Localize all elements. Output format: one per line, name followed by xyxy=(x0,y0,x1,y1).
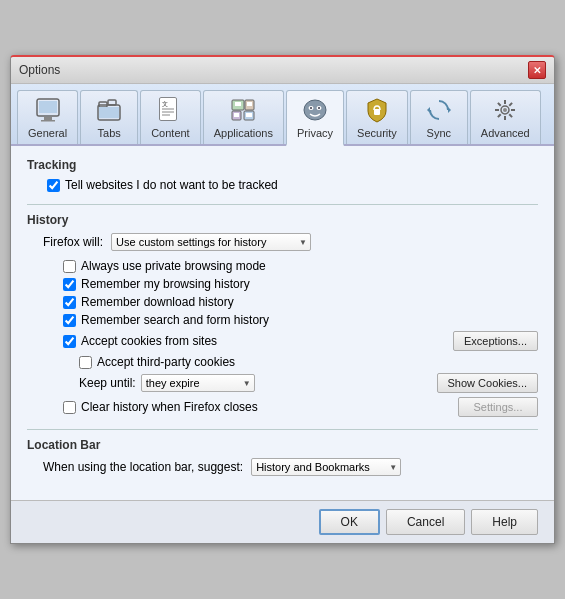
sep1 xyxy=(27,204,538,205)
content-icon: 文 xyxy=(155,95,185,125)
accept-cookies-inner: Accept cookies from sites xyxy=(63,334,217,348)
svg-marker-29 xyxy=(427,107,430,113)
remember-search-row: Remember search and form history xyxy=(63,313,538,327)
svg-rect-15 xyxy=(235,102,241,106)
settings-button[interactable]: Settings... xyxy=(458,397,538,417)
options-window: Options ✕ General xyxy=(10,55,555,544)
svg-line-39 xyxy=(498,114,501,117)
tab-tabs[interactable]: Tabs xyxy=(80,90,138,144)
svg-rect-7 xyxy=(99,107,119,118)
tab-applications-label: Applications xyxy=(214,127,273,139)
do-not-track-checkbox[interactable] xyxy=(47,179,60,192)
location-bar-title: Location Bar xyxy=(27,438,538,452)
history-title: History xyxy=(27,213,538,227)
bottom-buttons-area: OK Cancel Help xyxy=(11,500,554,543)
svg-line-38 xyxy=(510,103,513,106)
svg-rect-2 xyxy=(44,117,52,120)
svg-rect-27 xyxy=(374,109,380,115)
cancel-button[interactable]: Cancel xyxy=(386,509,465,535)
tabs-area: General Tabs 文 xyxy=(11,84,554,146)
remember-browsing-checkbox[interactable] xyxy=(63,278,76,291)
accept-third-party-label: Accept third-party cookies xyxy=(97,355,235,369)
clear-history-label: Clear history when Firefox closes xyxy=(81,400,258,414)
do-not-track-label: Tell websites I do not want to be tracke… xyxy=(65,178,278,192)
title-bar: Options ✕ xyxy=(11,57,554,84)
keep-until-select-wrapper: they expire I close Firefox ask me every… xyxy=(141,374,255,392)
keep-until-select[interactable]: they expire I close Firefox ask me every… xyxy=(141,374,255,392)
svg-rect-19 xyxy=(234,113,239,117)
svg-text:文: 文 xyxy=(162,100,168,107)
svg-rect-3 xyxy=(41,120,55,122)
general-icon xyxy=(33,95,63,125)
tab-sync[interactable]: Sync xyxy=(410,90,468,144)
remember-search-label: Remember search and form history xyxy=(81,313,269,327)
tab-applications[interactable]: Applications xyxy=(203,90,284,144)
svg-rect-17 xyxy=(247,102,252,106)
close-button[interactable]: ✕ xyxy=(528,61,546,79)
firefox-will-select[interactable]: Use custom settings for history Remember… xyxy=(111,233,311,251)
accept-third-party-checkbox[interactable] xyxy=(79,356,92,369)
suggest-label: When using the location bar, suggest: xyxy=(43,460,243,474)
location-bar-suggest-row: When using the location bar, suggest: Hi… xyxy=(43,458,538,476)
remember-search-checkbox[interactable] xyxy=(63,314,76,327)
clear-history-inner: Clear history when Firefox closes xyxy=(63,400,258,414)
firefox-will-row: Firefox will: Use custom settings for hi… xyxy=(43,233,538,251)
suggest-select-wrapper: History and Bookmarks History Bookmarks … xyxy=(251,458,401,476)
svg-point-25 xyxy=(310,107,312,109)
advanced-icon xyxy=(490,95,520,125)
tab-tabs-label: Tabs xyxy=(98,127,121,139)
always-private-label: Always use private browsing mode xyxy=(81,259,266,273)
sync-icon xyxy=(424,95,454,125)
location-bar-section: Location Bar When using the location bar… xyxy=(27,438,538,476)
tab-privacy[interactable]: Privacy xyxy=(286,90,344,146)
tabs-icon xyxy=(94,95,124,125)
keep-until-label: Keep until: xyxy=(79,376,136,390)
tab-general-label: General xyxy=(28,127,67,139)
keep-until-row: Keep until: they expire I close Firefox … xyxy=(79,373,538,393)
svg-point-31 xyxy=(503,108,507,112)
tab-advanced[interactable]: Advanced xyxy=(470,90,541,144)
svg-point-26 xyxy=(318,107,320,109)
svg-rect-21 xyxy=(246,113,252,117)
always-private-checkbox[interactable] xyxy=(63,260,76,273)
exceptions-button[interactable]: Exceptions... xyxy=(453,331,538,351)
clear-history-row: Clear history when Firefox closes Settin… xyxy=(63,397,538,417)
security-icon xyxy=(362,95,392,125)
suggest-select[interactable]: History and Bookmarks History Bookmarks … xyxy=(251,458,401,476)
svg-rect-6 xyxy=(108,100,116,105)
window-title: Options xyxy=(19,63,60,77)
show-cookies-button[interactable]: Show Cookies... xyxy=(437,373,538,393)
svg-line-37 xyxy=(510,114,513,117)
sep2 xyxy=(27,429,538,430)
applications-icon xyxy=(228,95,258,125)
accept-third-party-row: Accept third-party cookies xyxy=(79,355,538,369)
clear-history-checkbox[interactable] xyxy=(63,401,76,414)
svg-marker-28 xyxy=(448,107,451,113)
accept-cookies-row: Accept cookies from sites Exceptions... xyxy=(63,331,538,351)
history-section: History Firefox will: Use custom setting… xyxy=(27,213,538,417)
always-private-row: Always use private browsing mode xyxy=(63,259,538,273)
tab-content-label: Content xyxy=(151,127,190,139)
remember-download-checkbox[interactable] xyxy=(63,296,76,309)
svg-line-36 xyxy=(498,103,501,106)
keep-until-inner: Keep until: they expire I close Firefox … xyxy=(79,374,255,392)
accept-cookies-checkbox[interactable] xyxy=(63,335,76,348)
tab-general[interactable]: General xyxy=(17,90,78,144)
remember-browsing-row: Remember my browsing history xyxy=(63,277,538,291)
firefox-will-label: Firefox will: xyxy=(43,235,103,249)
tab-content[interactable]: 文 Content xyxy=(140,90,201,144)
remember-download-row: Remember download history xyxy=(63,295,538,309)
tab-privacy-label: Privacy xyxy=(297,127,333,139)
tracking-checkbox-row: Tell websites I do not want to be tracke… xyxy=(47,178,538,192)
help-button[interactable]: Help xyxy=(471,509,538,535)
tab-security-label: Security xyxy=(357,127,397,139)
tab-advanced-label: Advanced xyxy=(481,127,530,139)
accept-cookies-label: Accept cookies from sites xyxy=(81,334,217,348)
tab-security[interactable]: Security xyxy=(346,90,408,144)
tab-sync-label: Sync xyxy=(427,127,451,139)
ok-button[interactable]: OK xyxy=(319,509,380,535)
svg-point-22 xyxy=(304,100,326,120)
tracking-section: Tracking Tell websites I do not want to … xyxy=(27,158,538,192)
remember-browsing-label: Remember my browsing history xyxy=(81,277,250,291)
content-area: Tracking Tell websites I do not want to … xyxy=(11,146,554,500)
